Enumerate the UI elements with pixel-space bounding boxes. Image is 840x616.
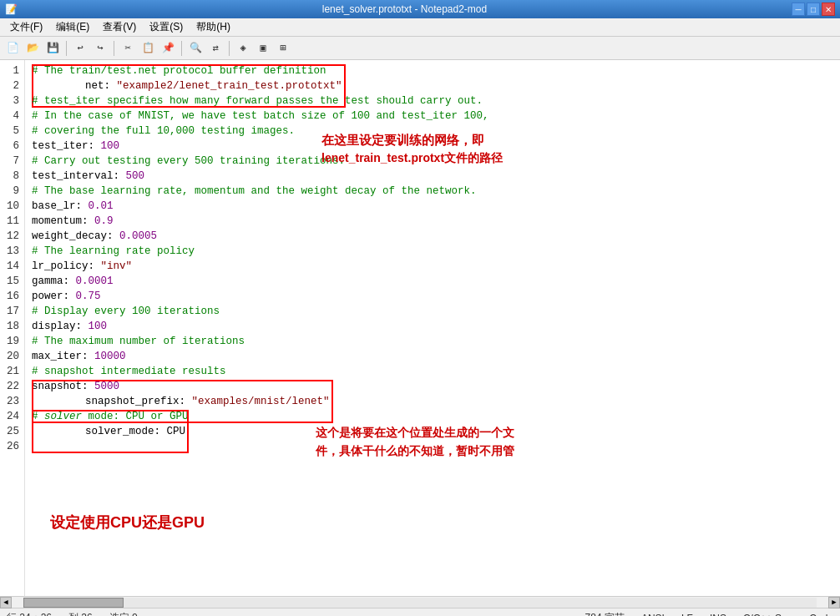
menu-settings[interactable]: 设置(S) [143,18,190,36]
replace-button[interactable]: ⇄ [206,39,225,58]
status-line: 行 24：26 [7,611,52,616]
line-11: momentum: 0.9 [32,214,833,229]
menu-edit[interactable]: 编辑(E) [49,18,96,36]
redo-button[interactable]: ↪ [91,39,109,58]
annotation-cpu-gpu: 设定使用CPU还是GPU [50,512,205,533]
menu-view[interactable]: 查看(V) [96,18,143,36]
open-button[interactable]: 📂 [23,39,42,58]
annotation-snapshot2: 件，具体干什么的不知道，暂时不用管 [316,443,514,460]
status-bytes: 784 字节 [585,611,625,616]
paste-button[interactable]: 📌 [159,39,177,58]
line-3: # test_iter specifies how many forward p… [32,93,833,109]
line-21: # snapshot intermediate results [32,364,833,379]
line-19: # The maximum number of iterations [32,334,833,349]
copy-button[interactable]: 📋 [139,39,157,58]
line-17: # Display every 100 iterations [32,304,833,319]
menu-help[interactable]: 帮助(H) [190,18,237,36]
save-button[interactable]: 💾 [43,39,62,58]
line-23: snapshot_prefix: "examples/mnist/lenet" [32,394,833,409]
toolbar-sep-3 [181,41,182,56]
statusbar: 行 24：26 列 26 选定 0 784 字节 ANSI LF INS C/C… [0,608,840,616]
line-9: # The base learning rate, momentum and t… [32,184,833,199]
line-13: # The learning rate policy [32,244,833,259]
line-12: weight_decay: 0.0005 [32,229,833,244]
status-sel: 选定 0 [109,611,138,616]
find-button[interactable]: 🔍 [186,39,205,58]
code-content[interactable]: # The train/test.net protocol buffer def… [25,60,840,596]
toolbar: 📄 📂 💾 ↩ ↪ ✂ 📋 📌 🔍 ⇄ ◈ ▣ ⊞ [0,37,840,60]
menu-file[interactable]: 文件(F) [3,18,49,36]
hscrollbar-track[interactable] [23,598,817,608]
line-20: max_iter: 10000 [32,349,833,364]
toolbar-extra3[interactable]: ⊞ [274,39,292,58]
line-4: # In the case of MNIST, we have test bat… [32,109,833,124]
hscrollbar-thumb[interactable] [23,598,124,608]
undo-button[interactable]: ↩ [71,39,89,58]
status-encoding: ANSI [641,613,665,617]
window-title: lenet_solver.prototxt - Notepad2-mod [18,3,792,15]
toolbar-extra1[interactable]: ◈ [234,39,252,58]
annotation-network-path: lenet_train_test.protxt文件的路径 [321,150,503,167]
line-14: lr_policy: "inv" [32,259,833,274]
scroll-left-button[interactable]: ◀ [0,597,12,608]
line-10: base_lr: 0.01 [32,199,833,214]
window-controls: ─ □ ✕ [792,3,835,16]
editor: 12345 678910 1112131415 1617181920 21222… [0,60,840,596]
hscrollbar[interactable]: ◀ ▶ [0,596,840,608]
titlebar: 📝 lenet_solver.prototxt - Notepad2-mod ─… [0,0,840,18]
line-15: gamma: 0.0001 [32,274,833,289]
toolbar-sep-4 [229,41,230,56]
status-col: 列 26 [68,611,93,616]
toolbar-sep-1 [66,41,67,56]
status-ins: INS [710,613,726,617]
annotation-network-title: 在这里设定要训练的网络，即 [321,131,484,149]
line-16: power: 0.75 [32,289,833,304]
status-eol: LF [681,613,693,617]
scroll-right-button[interactable]: ▶ [828,597,840,608]
line-8: test_interval: 500 [32,169,833,184]
toolbar-sep-2 [114,41,114,56]
line-numbers: 12345 678910 1112131415 1617181920 21222… [0,60,25,596]
minimize-button[interactable]: ─ [792,3,805,16]
menubar: 文件(F) 编辑(E) 查看(V) 设置(S) 帮助(H) [0,18,840,37]
line-18: display: 100 [32,319,833,334]
line-2: net: "example2/lenet_train_test.prototxt… [32,78,833,93]
new-button[interactable]: 📄 [3,39,22,58]
status-lang: C/C++ Source Code [743,613,833,617]
toolbar-extra2[interactable]: ▣ [254,39,272,58]
cut-button[interactable]: ✂ [119,39,137,58]
annotation-snapshot1: 这个是将要在这个位置处生成的一个文 [316,425,514,442]
app-icon: 📝 [5,3,18,15]
close-button[interactable]: ✕ [822,3,835,16]
maximize-button[interactable]: □ [807,3,820,16]
